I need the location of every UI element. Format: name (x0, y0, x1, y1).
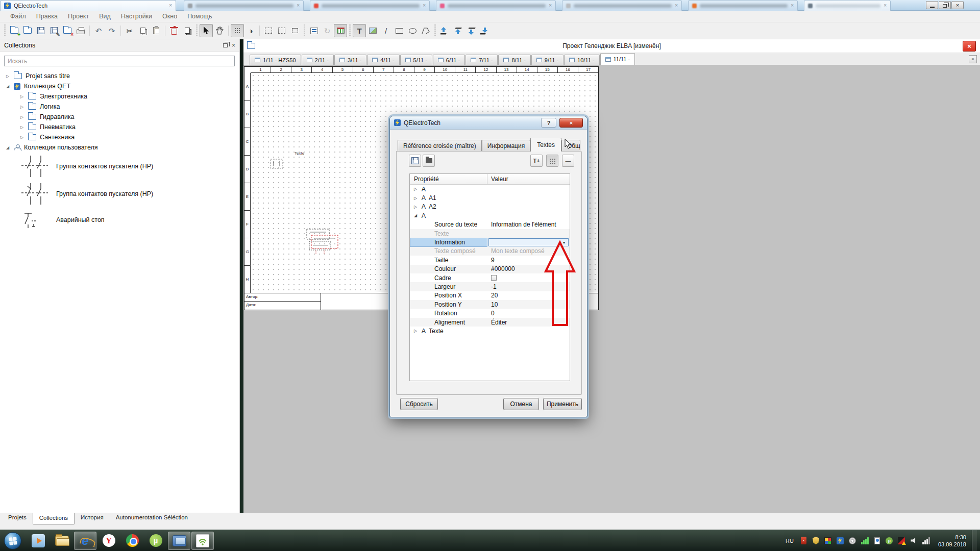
open-project-button[interactable] (21, 24, 34, 37)
dialog-title-bar[interactable]: QElectroTech ? × (390, 116, 587, 130)
tab-close-icon[interactable]: × (297, 3, 300, 8)
paste-button[interactable] (150, 24, 163, 37)
tab-list-button[interactable]: ≡ (969, 55, 977, 63)
column-propriete[interactable]: Propriété (410, 174, 487, 184)
import-texts-button[interactable] (423, 155, 435, 167)
close-button[interactable]: × (951, 1, 964, 9)
menu-file[interactable]: Файл (5, 13, 31, 20)
diagram-tab-1[interactable]: 1/11 - HZS50 (250, 55, 301, 65)
new-project-button[interactable]: + (8, 24, 21, 37)
tray-document-icon[interactable] (873, 536, 881, 545)
search-input[interactable] (4, 56, 235, 66)
tab-history[interactable]: История (75, 513, 110, 524)
tab-collections[interactable]: Collections (33, 513, 75, 524)
lower-button[interactable] (464, 24, 478, 37)
toolbar-handle[interactable] (348, 24, 352, 37)
expander-icon[interactable]: ▷ (412, 196, 419, 201)
taskbar-clock[interactable]: 8:30 03.09.2018 (938, 534, 966, 548)
blurred-tab[interactable]: × (804, 0, 891, 11)
cut-button[interactable]: ✂ (123, 24, 136, 37)
menu-view[interactable]: Вид (94, 13, 116, 20)
blurred-tab[interactable]: × (310, 0, 430, 11)
property-row-source[interactable]: Source du texteInformation de l'élément (410, 220, 570, 229)
tray-signal-icon[interactable] (861, 536, 869, 545)
expander-icon[interactable]: ▷ (412, 205, 419, 209)
toolbar-handle[interactable] (433, 24, 437, 37)
tab-information[interactable]: Информация (482, 140, 530, 152)
minimize-button[interactable] (926, 1, 938, 9)
expander-icon[interactable]: ◢ (412, 213, 419, 218)
blurred-tab[interactable]: × (184, 0, 304, 11)
tray-network-icon[interactable] (922, 536, 930, 545)
tray-utorrent-icon[interactable]: µ (885, 536, 894, 545)
diagram-tab-2[interactable]: 2/11 - (302, 55, 334, 65)
apply-button[interactable]: Применить (543, 398, 582, 410)
expander-icon[interactable]: ▷ (19, 105, 24, 109)
tab-autonumerotation[interactable]: Autonumerotation Séléction (110, 513, 194, 524)
diagram-tab-5[interactable]: 5/11 - (400, 55, 432, 65)
dialog-close-button[interactable]: × (559, 118, 583, 128)
tree-item-logic[interactable]: ▷ Логика (0, 102, 240, 112)
dock-close-button[interactable]: × (232, 42, 235, 48)
taskbar-chrome[interactable] (121, 532, 143, 550)
tab-close-icon[interactable]: × (675, 3, 678, 8)
toolbar-handle[interactable] (3, 24, 7, 37)
taskbar-media-player[interactable] (27, 532, 50, 550)
tab-close-icon[interactable]: × (549, 3, 552, 8)
tray-speaker-icon[interactable] (910, 536, 918, 545)
element-item-emergency-stop[interactable]: Аварийный стоп (0, 208, 240, 232)
diagram-tab-8[interactable]: 8/11 - (498, 55, 530, 65)
taskbar-remote-app[interactable] (168, 532, 190, 550)
diagram-properties-button[interactable] (334, 24, 347, 37)
toolbar-handle[interactable] (303, 24, 306, 37)
import-elements-button[interactable] (181, 24, 194, 37)
taskbar-wifi-app[interactable] (191, 532, 214, 550)
tab-close-icon[interactable]: × (169, 3, 172, 8)
toolbar-handle[interactable] (195, 24, 199, 37)
property-row[interactable]: ▷AA2 (410, 203, 570, 211)
start-button[interactable] (4, 532, 21, 549)
add-rectangle-button[interactable] (393, 24, 406, 37)
menu-help[interactable]: Помощь (182, 13, 217, 20)
group-view-button[interactable] (546, 155, 558, 167)
cancel-button[interactable]: Отмена (503, 398, 539, 410)
project-close-button[interactable]: × (963, 41, 976, 52)
element-item-contact-group-1[interactable]: Группа контактов пускателя (НР) (0, 153, 240, 180)
menu-edit[interactable]: Правка (31, 13, 63, 20)
undo-button[interactable]: ↶ (92, 24, 105, 37)
expander-icon[interactable]: ◢ (5, 84, 10, 89)
expander-icon[interactable]: ▷ (19, 125, 24, 130)
tab-close-icon[interactable]: × (791, 3, 794, 8)
tray-cube-icon[interactable] (824, 536, 832, 545)
save-as-button[interactable]: ✎ (47, 24, 61, 37)
expander-icon[interactable]: ▷ (5, 74, 10, 79)
reset-button[interactable]: Сбросить (400, 398, 438, 410)
lower-to-bottom-button[interactable] (478, 24, 491, 37)
diagram-tab-7[interactable]: 7/11 - (465, 55, 498, 65)
element-item-contact-group-2[interactable]: Группа контактов пускателя (НР) (0, 180, 240, 208)
menu-settings[interactable]: Настройки (116, 13, 157, 20)
add-image-button[interactable] (366, 24, 379, 37)
background-color-button[interactable]: ◑ (244, 24, 257, 37)
remove-text-button[interactable]: — (562, 155, 574, 167)
tray-qet-icon[interactable] (836, 536, 845, 545)
dock-float-button[interactable] (223, 43, 228, 47)
tray-disc-icon[interactable] (848, 536, 857, 545)
selection-mode-button[interactable] (262, 24, 275, 37)
save-button[interactable] (34, 24, 47, 37)
add-text-button[interactable]: T+ (530, 155, 543, 167)
expander-icon[interactable]: ▷ (19, 94, 24, 99)
taskbar-explorer[interactable] (51, 532, 73, 550)
add-line-button[interactable]: / (379, 24, 393, 37)
expander-icon[interactable]: ▷ (19, 135, 24, 140)
tray-phone-icon[interactable]: × (799, 536, 808, 545)
language-indicator[interactable]: RU (786, 538, 794, 544)
redo-button[interactable]: ↷ (105, 24, 118, 37)
taskbar-yandex-browser[interactable]: Y (97, 532, 120, 550)
tab-qelectrotech[interactable]: QElectroTech × (0, 0, 176, 11)
diagram-tab-11[interactable]: 11/11 - (600, 53, 635, 65)
fit-frame-button[interactable] (288, 24, 302, 37)
visualisation-mode-button[interactable] (275, 24, 288, 37)
grid-toggle-button[interactable] (231, 24, 244, 37)
tab-close-icon[interactable]: × (423, 3, 426, 8)
